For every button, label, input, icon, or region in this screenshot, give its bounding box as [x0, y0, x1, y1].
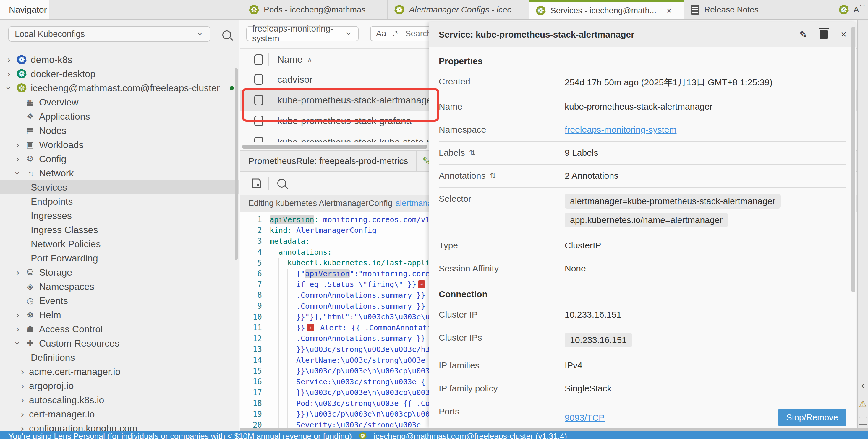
code-text: }}\u003c/p\u003e\n\u003cp\u003 — [270, 367, 430, 375]
sort-asc-icon[interactable]: ∧ — [307, 56, 312, 64]
stop-remove-button[interactable]: Stop/Remove — [778, 409, 846, 426]
sidebar-item-nodes[interactable]: ▤Nodes — [0, 124, 239, 138]
row-checkbox[interactable] — [254, 137, 263, 142]
chevron-right-icon[interactable]: › — [19, 424, 26, 431]
match-case-icon[interactable]: Aa — [376, 29, 386, 38]
property-row-namespace: Namespacefreeleaps-monitoring-system — [439, 119, 846, 141]
close-tab-icon[interactable]: × — [666, 6, 672, 16]
property-row-selector: Selectoralertmanager=kube-prometheus-sta… — [439, 188, 846, 234]
chevron-right-icon[interactable]: › — [14, 268, 21, 277]
value-badge: app.kubernetes.io/name=alertmanager — [565, 213, 728, 228]
sidebar-item-workloads[interactable]: ›▣Workloads — [0, 138, 239, 152]
sidebar-item-services[interactable]: Services — [0, 180, 239, 194]
tab-partial[interactable]: ☸ A ·· — [832, 0, 868, 19]
sidebar-item-acme-cert-manager-io[interactable]: ›acme.cert-manager.io — [0, 365, 239, 379]
chevron-down-icon[interactable]: › — [13, 340, 22, 347]
chevron-right-icon[interactable]: › — [14, 140, 21, 149]
sidebar-item-network[interactable]: ›↑↓Network — [0, 166, 239, 180]
chevron-down-icon[interactable]: › — [13, 170, 22, 177]
sidebar-item-custom-resources[interactable]: ›✚Custom Resources — [0, 336, 239, 350]
kubeconfig-selector[interactable]: Local Kubeconfigs › — [8, 26, 211, 42]
property-label-text: Type — [439, 240, 458, 250]
sidebar-scrollbar[interactable] — [235, 68, 238, 260]
navigator-header: Navigator — [0, 0, 49, 19]
row-checkbox[interactable] — [254, 115, 263, 126]
warning-icon[interactable]: ⚠ — [859, 399, 867, 409]
overview-icon: ▦ — [25, 98, 35, 106]
sidebar-item-network-policies[interactable]: Network Policies — [0, 237, 239, 251]
chevron-down-icon[interactable]: › — [4, 85, 13, 92]
lens-app-window: Navigator ☸ Pods - icecheng@mathmas... ☸… — [0, 0, 868, 439]
chevron-right-icon[interactable]: › — [19, 396, 26, 404]
sidebar-item-namespaces[interactable]: ◈Namespaces — [0, 279, 239, 294]
port-link[interactable]: 9093/TCP — [565, 413, 604, 423]
chevron-down-icon: › — [196, 30, 205, 37]
chevron-right-icon[interactable]: › — [19, 381, 26, 390]
chevron-right-icon[interactable]: › — [14, 325, 21, 334]
sidebar-item-demo-k8s[interactable]: ›☸demo-k8s — [0, 53, 239, 67]
sidebar-item-applications[interactable]: ❖Applications — [0, 109, 239, 124]
sidebar-item-storage[interactable]: ›⛁Storage — [0, 265, 239, 279]
storage-icon: ⛁ — [25, 269, 35, 276]
save-icon[interactable] — [251, 178, 261, 188]
sidebar-item-endpoints[interactable]: Endpoints — [0, 194, 239, 209]
tab-release-notes[interactable]: Release Notes — [684, 0, 832, 19]
overflow-dots-icon: ·· — [860, 1, 866, 10]
regex-icon[interactable]: .* — [393, 29, 398, 38]
sidebar-item-port-forwarding[interactable]: Port Forwarding — [0, 251, 239, 265]
delete-icon[interactable] — [820, 30, 828, 39]
sidebar-item-configuration-konghq-com[interactable]: ›configuration.konghq.com — [0, 421, 239, 431]
editor-search-icon[interactable] — [277, 179, 286, 188]
code-token: if eq .Status \"firing\" }} — [296, 280, 416, 289]
sidebar-item-config[interactable]: ›⚙Config — [0, 152, 239, 166]
sidebar-item-label: demo-k8s — [31, 54, 72, 65]
sidebar-item-access-control[interactable]: ›☗Access Control — [0, 322, 239, 336]
chevron-right-icon[interactable]: › — [19, 367, 26, 376]
sort-toggle-icon[interactable]: ⇅ — [469, 148, 475, 158]
chevron-right-icon[interactable]: › — [19, 410, 26, 418]
namespace-selector[interactable]: freeleaps-monitoring-system › — [246, 26, 359, 41]
code-token: Service:\u003c/strong\u003e { — [296, 377, 426, 386]
sidebar-item-ingresses[interactable]: Ingresses — [0, 209, 239, 223]
collapse-icon[interactable]: ‹ — [861, 379, 864, 391]
close-icon[interactable]: × — [841, 29, 846, 40]
code-token: }}"}],"html":"\u003ch3\u003e\u — [296, 312, 430, 321]
sidebar-item-argoproj-io[interactable]: ›argoproj.io — [0, 379, 239, 393]
sidebar-item-helm[interactable]: ›☸Helm — [0, 308, 239, 322]
sidebar-item-label: Endpoints — [31, 196, 73, 207]
sidebar-item-icecheng-mathmast-com-freeleaps-cluster[interactable]: ›☸icecheng@mathmast.com@freeleaps-cluste… — [0, 81, 239, 95]
service-name: cadvisor — [277, 74, 312, 85]
sidebar-item-events[interactable]: ◷Events — [0, 294, 239, 308]
sidebar-item-cert-manager-io[interactable]: ›cert-manager.io — [0, 407, 239, 421]
property-label: Session Affinity — [439, 264, 565, 274]
chevron-right-icon[interactable]: › — [14, 155, 21, 163]
tool-box-icon[interactable] — [859, 416, 867, 425]
code-token: : — [314, 215, 323, 224]
sidebar-item-docker-desktop[interactable]: ›☸docker-desktop — [0, 67, 239, 81]
row-checkbox[interactable] — [254, 95, 263, 105]
sidebar-item-label: Overview — [39, 97, 79, 108]
tab-alertmanager-configs[interactable]: ☸ Alertmanager Configs - icec... — [387, 0, 529, 19]
horizontal-scrollbar[interactable] — [242, 145, 428, 148]
namespace-link[interactable]: freeleaps-monitoring-system — [565, 125, 676, 134]
sidebar-item-autoscaling-k8s-io[interactable]: ›autoscaling.k8s.io — [0, 393, 239, 407]
select-all-checkbox[interactable] — [254, 54, 263, 65]
sidebar-item-overview[interactable]: ▦Overview — [0, 95, 239, 109]
drawer-scrollbar[interactable] — [851, 27, 855, 293]
column-header-name[interactable]: Name — [277, 54, 303, 65]
chevron-right-icon[interactable]: › — [5, 55, 12, 64]
search-icon[interactable] — [222, 30, 231, 39]
property-label-text: Cluster IP — [439, 310, 478, 319]
property-label-text: IP families — [439, 361, 479, 370]
sort-toggle-icon[interactable]: ⇅ — [490, 171, 496, 180]
property-label-text: Selector — [439, 194, 471, 204]
sidebar-item-definitions[interactable]: Definitions — [0, 350, 239, 365]
sidebar-item-ingress-classes[interactable]: Ingress Classes — [0, 223, 239, 237]
chevron-right-icon[interactable]: › — [5, 69, 12, 78]
edit-icon[interactable]: ✎ — [799, 29, 807, 40]
tab-services[interactable]: ☸ Services - icecheng@math... × — [529, 0, 684, 19]
chevron-right-icon[interactable]: › — [14, 310, 21, 319]
tab-pods[interactable]: ☸ Pods - icecheng@mathmas... — [242, 0, 387, 19]
active-cluster-label[interactable]: icecheng@mathmast.com@freeleaps-cluster … — [374, 432, 567, 439]
row-checkbox[interactable] — [254, 74, 263, 85]
